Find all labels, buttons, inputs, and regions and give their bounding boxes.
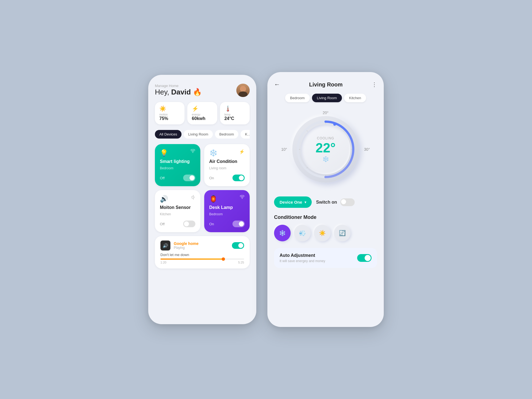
motion-icon: ☀️ [159,105,166,112]
device-bottom-ac: On [209,175,245,181]
thermostat-inner: COOLING 22° ❄️ [301,124,351,174]
auto-adjustment-toggle[interactable] [357,254,372,262]
google-toggle[interactable] [232,242,244,249]
ac-name: Air Condition [209,159,245,164]
mode-buttons: ❄️ 💨 ☀️ 🔄 [274,225,377,241]
desk-lamp-status: On [209,222,214,226]
phone2-title: Living Room [309,81,342,88]
device-card-air-condition[interactable]: ❄️ ⚡ Air Condition Living room On [204,144,250,186]
device-card-motion-sensor[interactable]: 🔊 Moiton Sensor Kitchen Off [155,190,200,232]
google-home-card: 🔊 Google home Playing Don't let me down … [155,236,250,268]
device-card-top-motion: 🔊 [160,195,195,203]
tab-all-devices[interactable]: All Devices [155,130,181,139]
lamp-icon: 💡 [160,149,168,157]
stat-value-energy: 60kwh [192,116,205,121]
device-bottom-lighting: Off [160,175,195,181]
greeting-name: David [171,88,191,96]
stats-row: ☀️ motion 75% ⚡ energy 60kwh 🌡️ temp 24°… [155,102,250,124]
switch-on-label: Switch on [316,200,337,205]
smart-lighting-status: Off [160,176,165,180]
greeting-section: Manage Home Hey, David 🔥 [155,84,202,96]
phone-2: ← Living Room ⋮ Bedroom Living Room Kitc… [267,72,384,327]
wifi-icon-lamp [240,195,245,200]
smart-lighting-name: Smart lighting [160,159,195,164]
time-current: 1:20 [160,261,166,264]
auto-adjustment-title: Auto Adjustment [280,253,325,258]
progress-fill [160,259,223,260]
ac-toggle[interactable] [232,175,245,181]
device-selector-row: Device One ▾ Switch on [274,196,377,208]
google-name-suffix: home [187,241,198,246]
time-total: 5:25 [238,261,244,264]
thermostat-mode-icon: ❄️ [322,156,329,162]
ac-room: Living room [209,166,245,170]
bt-icon-ac: ⚡ [239,149,245,154]
mode-btn-sun[interactable]: ☀️ [314,225,331,241]
google-name-prefix: Google [174,241,187,246]
thermostat-dial[interactable]: COOLING 22° ❄️ [292,116,359,183]
ac-status: On [209,176,214,180]
device-card-top-lamp: 🏮 [209,195,245,203]
greeting-emoji: 🔥 [193,88,202,96]
progress-bar[interactable] [160,259,244,260]
room-tabs: Bedroom Living Room Kitchen [274,94,377,102]
device-selector-button[interactable]: Device One ▾ [274,196,312,208]
tab-kitchen[interactable]: Kitchen [344,94,366,102]
thermostat-mode: COOLING [317,136,334,140]
device-bottom-lamp: On [209,221,245,227]
phone2-header: ← Living Room ⋮ [274,81,377,88]
user-avatar[interactable] [236,84,250,97]
thermostat-container: 20° 10° 30° [274,111,377,188]
avatar-image [236,84,250,97]
greeting-text: Hey, David 🔥 [155,88,202,96]
temp-right-label: 30° [364,147,370,152]
stat-label-temp: temp [224,113,231,116]
desk-lamp-room: Bedroom [209,212,245,216]
phone-1: Manage Home Hey, David 🔥 ☀️ motion 75% ⚡… [148,75,256,324]
device-one-label: Device One [280,200,302,204]
wifi-icon [190,149,195,154]
energy-icon: ⚡ [192,105,199,112]
google-card-top: 🔊 Google home Playing [160,241,244,250]
progress-times: 1:20 5:25 [160,261,244,264]
chevron-down-icon: ▾ [305,200,306,204]
stat-value-motion: 75% [159,116,168,121]
google-song: Don't let me down [160,253,244,257]
motion-toggle[interactable] [183,221,195,227]
mode-btn-wind[interactable]: 💨 [294,225,311,241]
device-card-top-ac: ❄️ ⚡ [209,149,245,157]
google-status: Playing [174,246,229,250]
smart-lighting-toggle[interactable] [183,175,195,181]
switch-on-toggle[interactable] [340,198,355,206]
back-button[interactable]: ← [274,81,280,88]
switch-on-row: Switch on [316,198,355,206]
temp-icon: 🌡️ [224,105,231,112]
bt-icon-motion [191,195,195,201]
tab-living-room[interactable]: Living Room [184,130,213,139]
svg-point-1 [242,198,243,199]
tab-bedroom[interactable]: Bedroom [215,130,239,139]
mode-btn-freeze[interactable]: ❄️ [274,225,291,241]
smart-lighting-room: Bedroom [160,166,195,170]
greeting-prefix: Hey, [155,88,171,96]
mode-btn-rotate[interactable]: 🔄 [334,225,351,241]
temp-left-label: 10° [281,147,287,152]
stat-value-temp: 24°C [224,116,234,121]
auto-adjustment-info: Auto Adjustment It will save energey and… [280,253,325,263]
stat-card-motion: ☀️ motion 75% [155,102,185,124]
device-card-top: 💡 [160,149,195,157]
google-info: Google home Playing [174,241,229,250]
device-card-smart-lighting[interactable]: 💡 Smart lighting Bedroom Off [155,144,200,186]
tab-bedroom[interactable]: Bedroom [285,94,310,102]
desk-lamp-toggle[interactable] [232,221,245,227]
stat-label-energy: energy [192,113,200,116]
desk-lamp-name: Desk Lamp [209,205,245,210]
tab-living-room[interactable]: Living Room [312,94,342,102]
more-options-button[interactable]: ⋮ [372,81,377,88]
svg-point-0 [193,152,193,153]
device-card-desk-lamp[interactable]: 🏮 Desk Lamp Bedroom On [204,190,250,232]
stat-label-motion: motion [159,113,168,116]
phone1-header: Manage Home Hey, David 🔥 [155,84,250,97]
filter-tabs: All Devices Living Room Bedroom K… [155,130,250,139]
tab-kitchen[interactable]: K… [241,130,250,139]
